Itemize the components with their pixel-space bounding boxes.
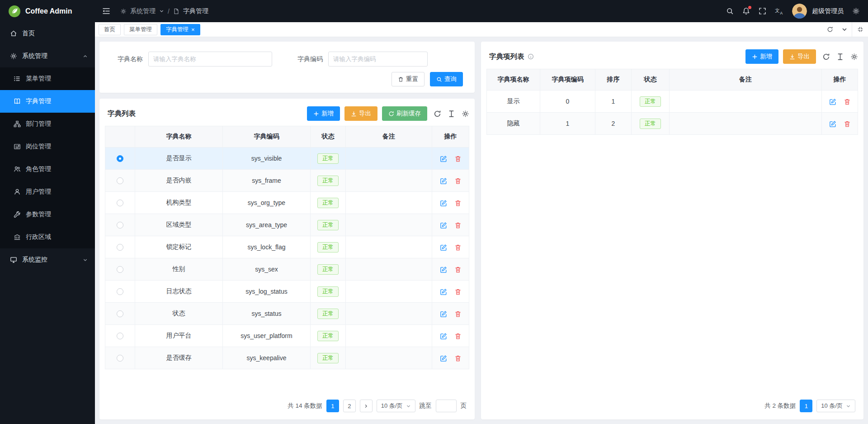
delete-icon[interactable] — [454, 200, 462, 207]
tab-close-icon[interactable]: × — [191, 27, 195, 33]
page-size-select[interactable]: 10 条/页 — [377, 400, 415, 412]
add-button[interactable]: 新增 — [745, 49, 778, 64]
page-size-select[interactable]: 10 条/页 — [816, 400, 855, 412]
delete-icon[interactable] — [844, 120, 851, 128]
delete-icon[interactable] — [454, 222, 462, 229]
edit-icon[interactable] — [440, 222, 447, 229]
refresh-icon[interactable] — [434, 110, 441, 118]
delete-icon[interactable] — [454, 266, 462, 273]
user-name[interactable]: 超级管理员 — [812, 7, 844, 15]
row-select-radio[interactable] — [117, 310, 123, 317]
refresh-icon[interactable] — [823, 22, 837, 37]
dict-table-row[interactable]: 性别sys_sex正常 — [105, 258, 469, 281]
settings-icon[interactable] — [850, 53, 858, 61]
caret-down-icon — [159, 9, 164, 14]
dict-table-row[interactable]: 区域类型sys_area_type正常 — [105, 214, 469, 236]
page-button-2[interactable]: 2 — [343, 400, 356, 412]
export-button[interactable]: 导出 — [344, 106, 377, 121]
sidebar-item-label: 用户管理 — [26, 188, 51, 196]
dict-table-row[interactable]: 日志状态sys_log_status正常 — [105, 281, 469, 303]
edit-icon[interactable] — [829, 120, 836, 128]
dict-table-row[interactable]: 机构类型sys_org_type正常 — [105, 192, 469, 214]
export-button[interactable]: 导出 — [783, 49, 816, 64]
edit-icon[interactable] — [440, 266, 447, 273]
breadcrumb-level1[interactable]: 系统管理 — [130, 7, 156, 15]
delete-icon[interactable] — [454, 177, 462, 185]
bell-icon[interactable] — [742, 7, 750, 15]
tab-home[interactable]: 首页 — [99, 24, 121, 35]
dict-table-row[interactable]: 是否缓存sys_keepalive正常 — [105, 347, 469, 369]
page-button-1[interactable]: 1 — [800, 400, 812, 412]
sidebar-item-role-mgmt[interactable]: 角色管理 — [0, 158, 95, 181]
item-table-row[interactable]: 隐藏12正常 — [487, 113, 858, 135]
edit-icon[interactable] — [440, 177, 447, 185]
gear-icon[interactable] — [852, 7, 860, 15]
sidebar-item-user-mgmt[interactable]: 用户管理 — [0, 181, 95, 203]
edit-icon[interactable] — [440, 333, 447, 340]
edit-icon[interactable] — [829, 98, 836, 105]
item-table-row[interactable]: 显示01正常 — [487, 91, 858, 113]
delete-icon[interactable] — [844, 98, 851, 105]
edit-icon[interactable] — [440, 288, 447, 295]
column-height-icon[interactable] — [448, 110, 455, 118]
query-button[interactable]: 查询 — [430, 72, 463, 86]
sidebar-item-dict-mgmt[interactable]: 字典管理 — [0, 90, 95, 113]
chevron-down-icon[interactable] — [837, 22, 852, 37]
delete-icon[interactable] — [454, 155, 462, 162]
fullscreen-icon[interactable] — [759, 7, 766, 15]
row-select-radio[interactable] — [117, 266, 123, 273]
delete-icon[interactable] — [454, 355, 462, 362]
edit-icon[interactable] — [440, 200, 447, 207]
edit-icon[interactable] — [440, 310, 447, 318]
jump-input[interactable] — [436, 400, 457, 412]
dict-table-row[interactable]: 状态sys_status正常 — [105, 303, 469, 325]
info-icon[interactable] — [528, 53, 534, 60]
delete-icon[interactable] — [454, 333, 462, 340]
dict-table-row[interactable]: 是否内嵌sys_frame正常 — [105, 170, 469, 192]
sidebar-item-dept-mgmt[interactable]: 部门管理 — [0, 113, 95, 135]
dict-table-row[interactable]: 锁定标记sys_lock_flag正常 — [105, 236, 469, 258]
refresh-icon[interactable] — [822, 53, 830, 61]
row-select-radio[interactable] — [117, 288, 123, 295]
tab-menu-mgmt[interactable]: 菜单管理 — [124, 24, 157, 35]
sidebar-item-system[interactable]: 系统管理 — [0, 45, 95, 67]
delete-icon[interactable] — [454, 244, 462, 251]
dict-table-row[interactable]: 是否显示sys_visible正常 — [105, 148, 469, 170]
exit-fullscreen-icon[interactable] — [852, 22, 868, 37]
next-page-button[interactable] — [360, 400, 373, 412]
row-select-radio[interactable] — [117, 200, 123, 206]
sidebar-item-menu-mgmt[interactable]: 菜单管理 — [0, 67, 95, 90]
add-button[interactable]: 新增 — [307, 106, 340, 121]
row-select-radio[interactable] — [117, 177, 123, 184]
row-select-radio[interactable] — [117, 222, 123, 229]
dict-name-input[interactable] — [148, 52, 272, 67]
column-height-icon[interactable] — [836, 53, 844, 61]
delete-icon[interactable] — [454, 310, 462, 318]
row-select-radio[interactable] — [117, 155, 123, 162]
row-select-radio[interactable] — [117, 244, 123, 251]
sidebar-item-home[interactable]: 首页 — [0, 22, 95, 45]
settings-icon[interactable] — [462, 110, 469, 118]
sidebar-item-monitor[interactable]: 系统监控 — [0, 248, 95, 271]
edit-icon[interactable] — [440, 244, 447, 251]
translate-icon[interactable]: 文A — [775, 7, 783, 15]
tab-dict-mgmt[interactable]: 字典管理× — [160, 24, 200, 35]
dict-table-row[interactable]: 用户平台sys_user_platform正常 — [105, 325, 469, 347]
row-select-radio[interactable] — [117, 355, 123, 362]
row-select-radio[interactable] — [117, 333, 123, 339]
edit-icon[interactable] — [440, 355, 447, 362]
page-button-1[interactable]: 1 — [326, 400, 339, 412]
sidebar-item-param-mgmt[interactable]: 参数管理 — [0, 203, 95, 226]
reset-button[interactable]: 重置 — [392, 72, 425, 86]
sidebar-item-region[interactable]: 行政区域 — [0, 226, 95, 248]
search-icon[interactable] — [726, 7, 734, 15]
refresh-cache-button[interactable]: 刷新缓存 — [382, 106, 427, 121]
dict-code-input[interactable] — [328, 52, 428, 67]
sidebar-item-post-mgmt[interactable]: 岗位管理 — [0, 135, 95, 158]
delete-icon[interactable] — [454, 288, 462, 295]
dict-items-panel: 字典项列表 新增 导出 — [481, 42, 863, 419]
avatar[interactable] — [792, 4, 807, 19]
home-icon — [10, 30, 17, 37]
edit-icon[interactable] — [440, 155, 447, 162]
menu-fold-icon[interactable] — [102, 7, 110, 15]
